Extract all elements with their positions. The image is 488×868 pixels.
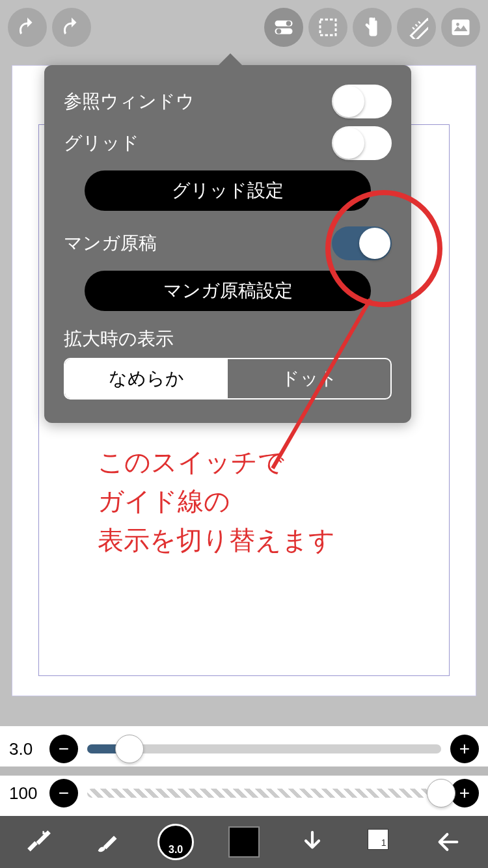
redo-button[interactable] xyxy=(52,8,91,47)
layer-number: 1 xyxy=(381,837,386,848)
color-swatch xyxy=(228,826,260,858)
view-settings-button[interactable] xyxy=(264,8,303,47)
svg-point-10 xyxy=(456,23,459,26)
selection-button[interactable] xyxy=(308,8,347,47)
undo-button[interactable] xyxy=(8,8,47,47)
brush-preview-button[interactable]: 3.0 xyxy=(156,822,195,861)
toggles-icon xyxy=(272,16,295,39)
manga-toggle[interactable] xyxy=(332,226,392,260)
zoom-display-label: 拡大時の表示 xyxy=(64,327,392,351)
seg-smooth[interactable]: なめらか xyxy=(65,359,228,398)
brush-preview-value: 3.0 xyxy=(169,844,183,858)
opacity-value: 100 xyxy=(9,783,40,804)
view-settings-popover: 参照ウィンドウ グリッド グリッド設定 マンガ原稿 マンガ原稿設定 拡大時の表示… xyxy=(44,65,411,423)
svg-point-3 xyxy=(277,29,282,34)
brush-preview-circle: 3.0 xyxy=(157,824,194,860)
tool-swap-button[interactable] xyxy=(20,822,59,861)
grid-settings-button[interactable]: グリッド設定 xyxy=(85,170,371,211)
reference-window-toggle[interactable] xyxy=(332,85,392,118)
undo-icon xyxy=(16,16,39,39)
svg-point-1 xyxy=(286,21,291,26)
svg-rect-4 xyxy=(320,20,336,35)
color-swatch-button[interactable] xyxy=(224,822,264,861)
image-button[interactable] xyxy=(441,8,480,47)
brush-size-decrease[interactable]: − xyxy=(49,735,78,763)
ruler-button[interactable] xyxy=(397,8,436,47)
gesture-button[interactable] xyxy=(353,8,392,47)
opacity-knob[interactable] xyxy=(427,779,455,807)
brush-size-slider[interactable] xyxy=(87,744,441,753)
brush-icon xyxy=(94,829,120,855)
layers-button[interactable]: 1 xyxy=(361,822,400,861)
ruler-icon xyxy=(405,16,428,39)
divider xyxy=(0,766,488,776)
brush-tool-button[interactable] xyxy=(88,822,127,861)
svg-line-8 xyxy=(418,21,420,23)
manga-label: マンガ原稿 xyxy=(64,231,157,256)
opacity-slider-row: 100 − + xyxy=(9,776,479,811)
swap-brush-icon xyxy=(26,829,52,855)
redo-icon xyxy=(60,16,83,39)
grid-toggle[interactable] xyxy=(332,126,392,160)
reference-window-label: 参照ウィンドウ xyxy=(64,89,195,114)
top-toolbar xyxy=(0,0,488,55)
image-icon xyxy=(449,16,472,39)
opacity-decrease[interactable]: − xyxy=(49,779,78,807)
back-arrow-icon xyxy=(435,829,461,855)
zoom-display-segmented: なめらか ドット xyxy=(64,358,392,400)
brush-size-knob[interactable] xyxy=(115,735,144,763)
grid-label: グリッド xyxy=(64,131,139,156)
layers-icon: 1 xyxy=(368,829,394,855)
back-button[interactable] xyxy=(429,822,468,861)
svg-rect-9 xyxy=(452,20,470,35)
download-button[interactable] xyxy=(293,822,332,861)
svg-line-7 xyxy=(416,25,418,27)
brush-size-value: 3.0 xyxy=(9,739,40,759)
svg-line-6 xyxy=(413,27,414,29)
opacity-slider[interactable] xyxy=(87,789,441,798)
selection-icon xyxy=(316,16,340,39)
seg-dot[interactable]: ドット xyxy=(228,359,390,398)
download-icon xyxy=(299,829,325,855)
bottom-toolbar: 3.0 1 xyxy=(0,816,488,868)
manga-settings-button[interactable]: マンガ原稿設定 xyxy=(85,271,371,311)
sliders-panel: 3.0 − + 100 − + xyxy=(0,726,488,816)
brush-size-slider-row: 3.0 − + xyxy=(9,731,479,766)
hand-icon xyxy=(360,16,384,39)
brush-size-increase[interactable]: + xyxy=(450,735,479,763)
